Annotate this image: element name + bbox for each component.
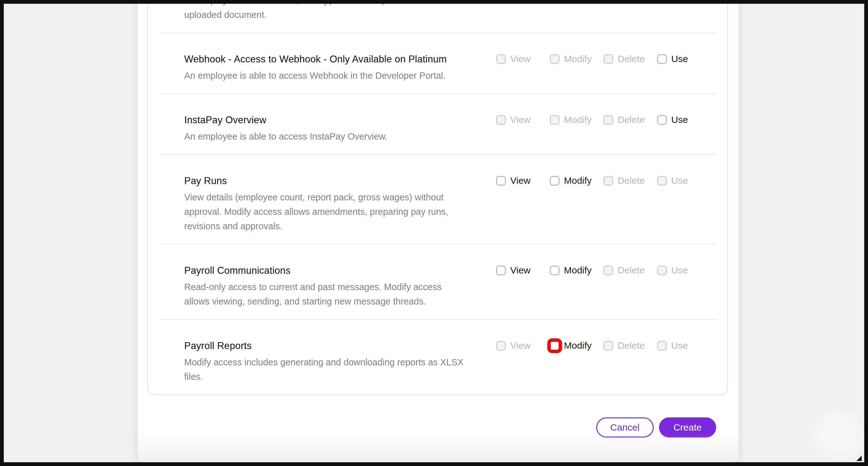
cursor-artifact: [857, 456, 862, 461]
permission-checkbox: Modify: [550, 114, 603, 126]
permission-text: Pay Runs View details (employee count, r…: [148, 174, 496, 233]
permission-row: Payroll Reports Modify access includes g…: [148, 320, 727, 395]
permissions-card: An employee is able to view, modify(add …: [147, 4, 728, 395]
checkbox-label: Use: [671, 340, 688, 351]
permission-checkbox[interactable]: Use: [657, 114, 688, 126]
checkbox-icon[interactable]: [657, 115, 667, 125]
checkbox-label: Modify: [564, 340, 592, 351]
checkbox-icon: [603, 115, 613, 125]
checkbox-label: Modify: [564, 114, 592, 126]
checkbox-icon[interactable]: [550, 266, 560, 275]
checkbox-label: Use: [671, 114, 688, 126]
permission-checkbox: Delete: [603, 340, 657, 351]
permission-checkbox: Delete: [603, 265, 657, 276]
checkbox-icon[interactable]: [550, 176, 560, 186]
checkbox-icon: [657, 341, 667, 351]
permission-checkbox[interactable]: Modify: [550, 175, 603, 186]
create-button[interactable]: Create: [659, 418, 716, 437]
checkbox-icon: [657, 266, 667, 275]
permission-checkbox[interactable]: Use: [657, 53, 688, 65]
permission-row: Payroll Communications Read-only access …: [148, 244, 727, 319]
screenshot-frame: An employee is able to view, modify(add …: [0, 0, 868, 466]
checkbox-icon: [496, 341, 506, 351]
permission-checks: View Modify Delete Use: [496, 175, 688, 186]
permission-checkbox[interactable]: View: [496, 175, 550, 186]
checkbox-label: Delete: [618, 53, 645, 65]
checkbox-label: Modify: [564, 175, 592, 186]
checkbox-icon: [603, 54, 613, 64]
permission-row: Webhook - Access to Webhook - Only Avail…: [148, 33, 727, 94]
permission-description: View details (employee count, report pac…: [184, 190, 489, 233]
checkbox-label: Delete: [618, 175, 645, 186]
permission-checkbox[interactable]: Modify: [550, 340, 603, 351]
permissions-list: An employee is able to view, modify(add …: [148, 4, 727, 395]
permission-checks: View Modify Delete Use: [496, 114, 688, 126]
permission-checks: View Modify Delete Use: [496, 53, 688, 65]
permission-checkbox[interactable]: Modify: [550, 265, 603, 276]
checkbox-label: Use: [671, 53, 688, 65]
page-background: An employee is able to view, modify(add …: [4, 4, 864, 462]
checkbox-label: Use: [671, 265, 688, 276]
checkbox-icon[interactable]: [496, 266, 506, 275]
permission-description: Modify access includes generating and do…: [184, 355, 489, 384]
checkbox-label: Delete: [618, 114, 645, 126]
checkbox-icon: [603, 266, 613, 275]
create-role-modal: An employee is able to view, modify(add …: [137, 4, 739, 462]
checkbox-icon: [496, 115, 506, 125]
permission-description: An employee is able to access Webhook in…: [184, 68, 489, 83]
checkbox-label: Delete: [618, 265, 645, 276]
permission-checkbox: Use: [657, 175, 688, 186]
checkbox-icon: [550, 115, 560, 125]
permission-checkbox: View: [496, 114, 550, 126]
checkbox-label: Modify: [564, 265, 592, 276]
checkbox-icon: [496, 54, 506, 64]
permission-checkbox: Use: [657, 265, 688, 276]
checkbox-icon: [550, 54, 560, 64]
permission-description: Read-only access to current and past mes…: [184, 280, 489, 308]
checkbox-label: Modify: [564, 53, 592, 65]
checkbox-icon: [603, 341, 613, 351]
checkbox-icon: [657, 176, 667, 186]
checkbox-label: View: [510, 265, 530, 276]
permission-text: Payroll Reports Modify access includes g…: [148, 339, 496, 384]
permission-row: Pay Runs View details (employee count, r…: [148, 155, 727, 244]
checkbox-label: View: [510, 175, 530, 186]
permission-description: An employee is able to access InstaPay O…: [184, 129, 489, 144]
checkbox-icon: [603, 176, 613, 186]
permission-row: An employee is able to view, modify(add …: [148, 4, 727, 33]
permission-checks: View Modify Delete Use: [496, 265, 688, 276]
permission-text: Webhook - Access to Webhook - Only Avail…: [148, 52, 496, 83]
cursor-halo: [818, 415, 859, 457]
permission-text: InstaPay Overview An employee is able to…: [148, 113, 496, 144]
checkbox-icon[interactable]: [547, 338, 562, 353]
modal-footer: Cancel Create: [147, 418, 728, 437]
permission-checkbox: Delete: [603, 175, 657, 186]
checkbox-icon[interactable]: [657, 54, 667, 64]
checkbox-label: Use: [671, 175, 688, 186]
permission-checkbox[interactable]: View: [496, 265, 550, 276]
permission-title: Webhook - Access to Webhook - Only Avail…: [184, 52, 489, 66]
permission-description: An employee is able to view, modify(add …: [184, 4, 489, 22]
checkbox-label: View: [510, 340, 530, 351]
cancel-button[interactable]: Cancel: [596, 418, 654, 437]
permission-checkbox: View: [496, 53, 550, 65]
permission-title: InstaPay Overview: [184, 113, 489, 127]
checkbox-label: Delete: [618, 340, 645, 351]
checkbox-icon[interactable]: [496, 176, 506, 186]
permission-title: Payroll Reports: [184, 339, 489, 353]
permission-checks: View Modify Delete Use: [496, 340, 688, 351]
permission-checkbox: View: [496, 340, 550, 351]
permission-checkbox: Delete: [603, 114, 657, 126]
permission-row: InstaPay Overview An employee is able to…: [148, 94, 727, 154]
permission-text: Payroll Communications Read-only access …: [148, 263, 496, 308]
permission-title: Payroll Communications: [184, 263, 489, 278]
permission-checkbox: Use: [657, 340, 688, 351]
permission-checkbox: Delete: [603, 53, 657, 65]
checkbox-label: View: [510, 53, 530, 65]
permission-checkbox: Modify: [550, 53, 603, 65]
permission-title: Pay Runs: [184, 174, 489, 188]
checkbox-label: View: [510, 114, 530, 126]
permission-text: An employee is able to view, modify(add …: [148, 4, 496, 22]
